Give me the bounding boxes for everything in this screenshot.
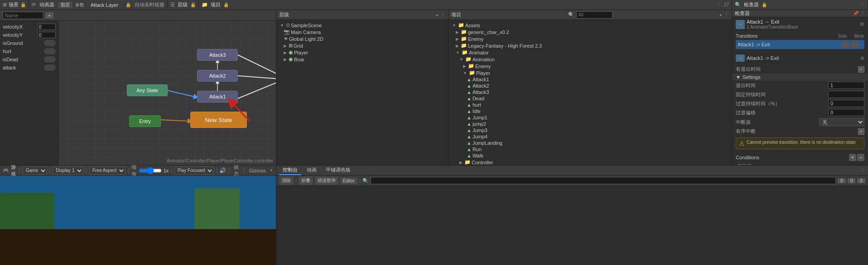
auto-connect-label[interactable]: 自动实时链接 [135,1,164,8]
game-view[interactable] [0,176,276,265]
name-search-input[interactable] [3,12,43,19]
attack2-state[interactable]: Attack2 [197,70,238,82]
attack3-state[interactable]: Attack3 [197,49,238,61]
transition-duration-input[interactable] [828,100,864,107]
project-item-assets[interactable]: ▼ 📁 Assets [448,22,732,29]
project-section: 📁 项目 🔒 ⋮ 27 [199,0,732,10]
tab-console[interactable]: 控制台 [279,166,301,175]
project-menu-btn[interactable]: ⋮ [724,12,729,18]
debug-btn[interactable]: 错误暂停 [315,177,338,185]
project-add-btn[interactable]: + [719,12,722,18]
gizmos-btn[interactable]: Gizmos [247,168,268,173]
lock-icon[interactable]: 🔒 [20,2,26,7]
project-item-dead[interactable]: ▲ Dead [448,95,732,102]
hierarchy-item-boar[interactable]: ▶ ◉ Boar [276,56,448,63]
game-select[interactable]: Game [23,167,47,175]
velocityX-input[interactable] [38,24,56,30]
add-state-button[interactable]: + [45,12,53,19]
inspector-menu-btn2[interactable]: ⋮ [860,10,865,16]
collapse-btn[interactable]: 折叠 [299,177,313,185]
project-item-controller[interactable]: ▶ 📁 Controller [448,159,732,165]
tab-tile-palette[interactable]: 平铺调色板 [322,166,354,175]
project-item-attack2[interactable]: ▲ Attack2 [448,83,732,89]
aspect-select[interactable]: Free Aspect [89,167,125,175]
project-item-jump4[interactable]: ▲ Jump4 [448,133,732,140]
hurt-toggle[interactable] [44,48,56,54]
transition-offset-input[interactable] [828,109,864,116]
project-item-jump2[interactable]: ▲ jump2 [448,121,732,127]
project-menu-icon[interactable]: ⋮ [716,2,721,8]
entry-state[interactable]: Entry [129,115,161,127]
hierarchy-add-btn[interactable]: + [436,12,439,18]
isDead-toggle[interactable] [44,56,56,63]
any-state-node[interactable]: Any State [127,84,168,96]
has-exit-time-checkbox[interactable]: ✓ [858,66,864,73]
lock-icon-3[interactable]: 🔒 [190,2,196,7]
hierarchy-item-grid[interactable]: ▶ ⊞ Grid [276,42,448,49]
animator-graph[interactable]: Attack3 Attack2 Attack1 Any State Exit E… [59,21,276,165]
hierarchy-item-player[interactable]: ▶ ◉ Player [276,49,448,56]
clear-btn[interactable]: 清除 [279,177,294,185]
transition-item-0[interactable]: Attack1 -> Exit − [736,40,864,49]
scene-item-samplescene[interactable]: ▼ ⊙ SampleScene [276,22,448,29]
exit-time-input[interactable] [828,82,864,89]
project-item-enemy2[interactable]: ▶ 📁 Enemy [448,63,732,69]
scale-slider[interactable] [139,168,162,173]
lock-icon-5[interactable]: 🔒 [762,2,767,7]
project-item-hurt[interactable]: ▲ hurt [448,102,732,108]
hierarchy-menu-btn[interactable]: ⋮ [440,12,445,18]
hierarchy-item-camera[interactable]: 📷 Main Camera [276,29,448,35]
fixed-duration-input[interactable] [828,91,864,98]
lock-icon-2[interactable]: 🔒 [125,2,131,7]
transition-settings-icon[interactable]: ⚙ [860,56,864,61]
inspector-pin-btn[interactable]: 📌 [853,11,858,16]
attack1-state[interactable]: Attack1 [197,91,238,103]
solo-checkbox[interactable] [842,41,849,48]
project-item-jumplanding[interactable]: ▲ JumpLanding [448,140,732,146]
project-item-generic[interactable]: ▶ 📁 generic_char_v0.2 [448,29,732,35]
console-menu-btn[interactable]: ⋮ [860,167,865,173]
project-item-run[interactable]: ▲ Run [448,146,732,152]
project-item-jump1[interactable]: ▲ Jump1 [448,114,732,121]
isGround-toggle[interactable] [44,40,56,46]
inspector-settings-icon[interactable]: ⚙ [860,21,864,27]
hierarchy-item-light[interactable]: ☀ Global Light 2D [276,35,448,42]
project-item-jump3[interactable]: ▲ Jump3 [448,127,732,133]
transition-icon: → [736,20,745,29]
attack-toggle[interactable] [44,64,56,71]
remove-condition-btn[interactable]: − [857,154,864,161]
project-item-idle[interactable]: ▲ Idle [448,108,732,114]
project-item-attack1[interactable]: ▲ Attack1 [448,76,732,83]
new-state-node[interactable]: New State [190,112,247,128]
interruption-source-select[interactable]: 无 [819,118,864,126]
anim-icon: ▲ [467,121,472,127]
project-item-walk[interactable]: ▲ Walk [448,152,732,159]
stats-btn[interactable]: 状态 [232,164,241,177]
remove-transition-btn[interactable]: − [860,42,863,47]
editor-btn[interactable]: Editor [340,177,357,184]
project-item-animator[interactable]: ▼ 📁 Animator [448,49,732,56]
play-mode-select[interactable]: Play Focused [174,167,214,175]
project-item-player-folder[interactable]: ▼ 📁 Player [448,69,732,76]
gizmos-dropdown-icon[interactable]: ▼ [270,168,273,172]
velocityY-input[interactable] [38,32,56,38]
tab-layers[interactable]: 图层 [58,2,72,8]
mute-btn[interactable]: 🔊 [219,167,226,174]
project-item-legacy[interactable]: ▶ 📁 Legacy-Fantasy - High Forest 2.3 [448,42,732,49]
project-item-animation[interactable]: ▼ 📁 Animation [448,56,732,63]
settings-subsection-title[interactable]: ▼ Settings [732,74,868,81]
project-item-attack3[interactable]: ▲ Attack3 [448,89,732,95]
add-condition-btn[interactable]: + [849,154,856,161]
tab-animation[interactable]: 动画 [303,166,320,175]
project-search-input[interactable] [576,11,612,19]
ordered-interruption-checkbox[interactable]: ✓ [858,128,864,135]
game-label: 游戏 [11,164,17,177]
mute-checkbox[interactable] [851,41,858,48]
console-search-input[interactable] [371,177,836,184]
lock-icon-4[interactable]: 🔒 [223,2,229,7]
exit-time-row: 退出时间 [732,81,868,90]
project-item-enemy[interactable]: ▶ 📁 Enemy [448,35,732,42]
display-select[interactable]: Display 1 [53,167,83,175]
tab-params[interactable]: 参数 [72,2,87,8]
inspector-menu-icon[interactable]: ⋮ [860,2,865,8]
